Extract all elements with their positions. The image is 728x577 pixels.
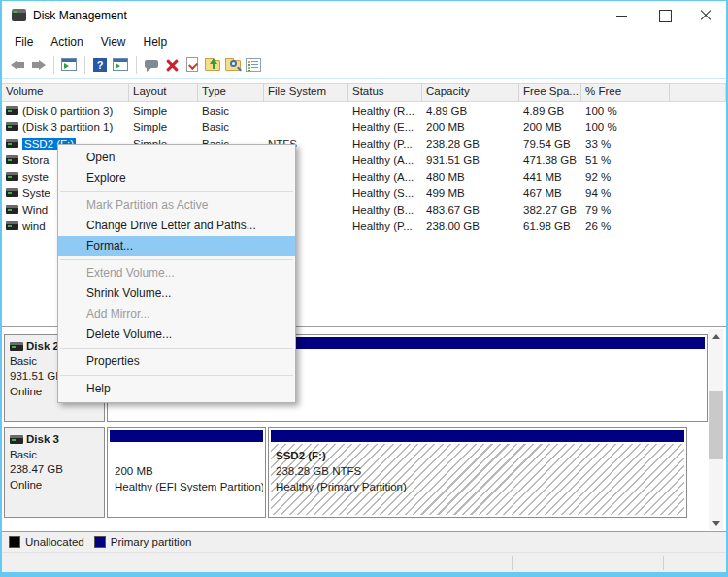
volume-icon — [6, 155, 18, 164]
cell-free-space: 441 MB — [519, 171, 581, 183]
cell-pct-free: 33 % — [581, 138, 670, 150]
properties-icon[interactable] — [245, 56, 263, 74]
window-title: Disk Management — [33, 9, 127, 22]
column-filler — [670, 84, 726, 101]
column-layout[interactable]: Layout — [129, 84, 198, 101]
primary-partition-swatch — [94, 536, 106, 548]
cell-status: Healthy (A... — [348, 171, 422, 183]
disk3-partition-efi[interactable]: 200 MB Healthy (EFI System Partition) — [107, 427, 266, 518]
menu-separator — [60, 375, 293, 376]
disk3-name: Disk 3 — [26, 432, 59, 448]
column-pct-free[interactable]: % Free — [581, 84, 670, 101]
menu-item-explore[interactable]: Explore — [58, 168, 295, 188]
partition-band — [271, 430, 684, 442]
column-file-system[interactable]: File System — [264, 84, 348, 101]
menu-view[interactable]: View — [92, 33, 135, 51]
partition-status: Healthy (EFI System Partition) — [115, 479, 263, 494]
legend-label: Unallocated — [25, 536, 84, 548]
legend-bar: Unallocated Primary partition — [2, 531, 726, 552]
back-arrow-icon[interactable] — [9, 56, 27, 74]
console-tree-icon[interactable] — [60, 56, 79, 74]
table-row[interactable]: (Disk 3 partition 1) Simple Basic Health… — [2, 119, 726, 135]
legend-unallocated: Unallocated — [9, 536, 84, 548]
column-free-space[interactable]: Free Spa... — [519, 84, 581, 101]
scroll-down-arrow-icon[interactable] — [709, 515, 723, 530]
menu-file[interactable]: File — [6, 33, 42, 51]
cell-free-space: 4.89 GB — [519, 105, 581, 117]
delete-x-icon[interactable] — [163, 56, 182, 74]
console-detail-icon[interactable] — [112, 56, 130, 74]
folder-search-icon[interactable] — [224, 56, 243, 74]
volume-icon — [6, 106, 18, 115]
disk3-label[interactable]: Disk 3 Basic 238.47 GB Online — [4, 427, 105, 518]
cell-capacity: 238.00 GB — [422, 221, 519, 232]
volume-icon — [6, 221, 18, 230]
minimize-button[interactable] — [606, 1, 639, 30]
scrollbar-thumb[interactable] — [709, 391, 723, 459]
cell-capacity: 480 MB — [422, 171, 519, 183]
cell-status: Healthy (R... — [348, 105, 422, 117]
column-capacity[interactable]: Capacity — [422, 84, 519, 101]
cell-capacity: 499 MB — [422, 187, 519, 199]
app-icon[interactable] — [12, 9, 26, 21]
cell-free-space: 467 MB — [519, 187, 581, 199]
menu-help[interactable]: Help — [135, 33, 177, 51]
cell-status: Healthy (P... — [348, 138, 422, 150]
volume-name: (Disk 3 partition 1) — [22, 121, 113, 133]
menu-item-delete-volume[interactable]: Delete Volume... — [58, 324, 295, 345]
toolbar-separator — [84, 56, 85, 74]
menu-item-properties[interactable]: Properties — [58, 352, 295, 372]
disk2-name: Disk 2 — [26, 339, 59, 355]
column-status[interactable]: Status — [348, 84, 422, 101]
volume-icon — [6, 205, 18, 214]
menu-item-mark-partition-active: Mark Partition as Active — [58, 195, 295, 216]
close-button[interactable] — [689, 1, 722, 30]
volume-icon — [6, 139, 18, 148]
menu-item-format[interactable]: Format... — [58, 236, 295, 256]
forward-arrow-icon[interactable] — [29, 56, 48, 74]
cell-pct-free: 79 % — [581, 204, 670, 216]
status-bar — [2, 552, 726, 572]
check-document-icon[interactable] — [183, 56, 202, 74]
statusbar-separator — [663, 556, 664, 570]
legend-primary-partition: Primary partition — [94, 536, 192, 548]
help-icon[interactable] — [91, 56, 110, 74]
statusbar-separator — [512, 556, 513, 570]
cell-status: Healthy (E... — [348, 121, 422, 133]
graph-scrollbar[interactable] — [709, 329, 723, 530]
column-volume[interactable]: Volume — [2, 84, 129, 101]
partition-body: 200 MB Healthy (EFI System Partition) — [110, 444, 263, 515]
folder-up-icon[interactable] — [204, 56, 222, 74]
cell-status: Healthy (P... — [348, 221, 422, 232]
partition-name: SSD2 (F:) — [276, 448, 684, 463]
cell-pct-free: 92 % — [581, 171, 670, 183]
table-row[interactable]: (Disk 0 partition 3) Simple Basic Health… — [2, 102, 726, 119]
menu-action[interactable]: Action — [42, 33, 91, 51]
menu-item-change-drive-letter[interactable]: Change Drive Letter and Paths... — [58, 216, 295, 236]
partition-status: Healthy (Primary Partition) — [276, 479, 684, 494]
menu-item-shrink-volume[interactable]: Shrink Volume... — [58, 284, 295, 304]
scroll-up-arrow-icon[interactable] — [709, 329, 723, 345]
volume-name: (Disk 0 partition 3) — [22, 105, 113, 117]
list-header: Volume Layout Type File System Status Ca… — [2, 83, 726, 102]
column-type[interactable]: Type — [198, 84, 264, 101]
disk-management-window: Disk Management File Action View Help Vo… — [0, 0, 728, 577]
legend-label: Primary partition — [111, 536, 192, 548]
cell-layout: Simple — [129, 121, 198, 133]
volume-name: wind — [22, 221, 46, 232]
disk3-status: Online — [10, 478, 104, 493]
toolbar-separator — [136, 56, 137, 74]
cell-status: Healthy (S... — [348, 187, 422, 199]
cell-capacity: 238.28 GB — [422, 138, 519, 150]
maximize-button[interactable] — [648, 1, 681, 30]
cell-pct-free: 51 % — [581, 154, 670, 166]
cell-status: Healthy (B... — [348, 204, 422, 216]
menu-item-help[interactable]: Help — [58, 379, 295, 399]
menu-item-open[interactable]: Open — [58, 148, 295, 168]
toolbar-separator — [53, 56, 54, 74]
volume-name: syste — [22, 171, 49, 183]
action-pane-icon[interactable] — [143, 56, 161, 74]
cell-free-space: 61.98 GB — [519, 221, 581, 232]
context-menu: Open Explore Mark Partition as Active Ch… — [57, 144, 296, 403]
disk3-partition-ssd2[interactable]: SSD2 (F:) 238.28 GB NTFS Healthy (Primar… — [268, 427, 687, 518]
